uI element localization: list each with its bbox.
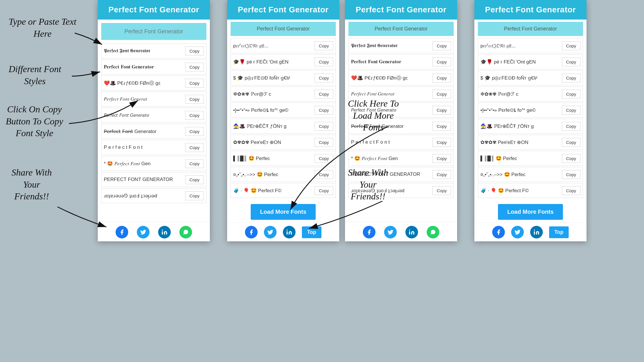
copy-button[interactable]: Copy xyxy=(315,57,333,66)
font-row: ✿✾✿✾ Pея'eΕт ⊕ONCopy xyxy=(231,135,336,150)
font-text: p𝔢𝔯ᶠ𝔢𝔠𝔱𝔍𝔒𝔑𝔱 𝔤𝔈... xyxy=(233,43,313,49)
font-row: ¤„•˜„•..–>> 🤩 PerfecCopy xyxy=(478,167,583,182)
copy-button[interactable]: Copy xyxy=(185,95,204,104)
font-text: ¤„•˜„•..–>> 🤩 Perfec xyxy=(233,172,313,178)
copy-button[interactable]: Copy xyxy=(315,41,333,50)
copy-button[interactable]: Copy xyxy=(432,186,451,195)
font-row: 🧙🎩 ℙEr⊕ĒČŦ ƒÖNт gCopy xyxy=(478,119,583,134)
whatsapp-icon[interactable] xyxy=(179,226,192,238)
font-row: •]••°•°•» Pєrfe⊙ȶ fo^ᵗ ge©Copy xyxy=(231,103,336,118)
copy-button[interactable]: Copy xyxy=(315,90,333,99)
right-twitter-icon[interactable] xyxy=(264,226,277,238)
annotation-type-paste: Type or Paste TextHere xyxy=(9,16,76,40)
font-row: ❤️🎩 P€ɾƒ€©Ð FØnⓄ gɛCopy xyxy=(101,76,206,90)
font-row: P e r f e c t F o n tCopy xyxy=(348,135,454,150)
font-row: * 🤩 𝑃𝑒𝑟𝑓𝑒𝑐𝑡 𝐹𝑜𝑛𝑡 GenCopy xyxy=(101,156,206,171)
text-input-left[interactable] xyxy=(101,23,206,40)
font-text: 🧳 · 🎈 🤩 Perfect F© xyxy=(233,188,313,194)
copy-button[interactable]: Copy xyxy=(432,154,451,163)
copy-button[interactable]: Copy xyxy=(185,47,204,55)
copy-button[interactable]: Copy xyxy=(432,90,451,99)
top-button[interactable]: Top xyxy=(302,226,321,238)
font-text: ❤️🎩 P€ɾƒ€©Ð FØnⓄ gɛ xyxy=(104,80,183,86)
copy-button[interactable]: Copy xyxy=(562,90,580,99)
font-row: 𝕻𝖊𝖗𝖋𝖊𝖈𝖙 𝕱𝖔𝖓𝖙 𝕲𝖊𝖓𝖊𝖗𝖆𝖙𝖔𝖗Copy xyxy=(101,43,206,58)
copy-button[interactable]: Copy xyxy=(185,175,204,184)
p3-whatsapp-icon[interactable] xyxy=(427,226,439,238)
font-row: ɹoʇɐɹǝuǝ⅁ ʇuoℲ ʇɔǝɟɹǝdCopy xyxy=(101,188,206,203)
font-text: $ 🎓 p◎ɾFE⊙Ð foŇт ɡ€⊮ xyxy=(480,75,560,81)
load-more-button[interactable]: Load More Fonts xyxy=(251,204,315,220)
p4-load-more-button[interactable]: Load More Fonts xyxy=(498,204,563,220)
p3-linkedin-icon[interactable] xyxy=(405,226,418,238)
copy-button[interactable]: Copy xyxy=(315,186,333,195)
p4-linkedin-icon[interactable] xyxy=(530,226,543,238)
font-text: 🧙🎩 ℙEr⊕ĒČŦ ƒÖNт g xyxy=(480,123,560,129)
left-panel-title: Perfect Font Generator xyxy=(102,5,205,14)
font-row: ¤„•˜„•..–>> 🤩 PerfecCopy xyxy=(231,167,336,182)
p4-twitter-icon[interactable] xyxy=(511,226,524,238)
copy-button[interactable]: Copy xyxy=(562,154,580,163)
copy-button[interactable]: Copy xyxy=(315,154,333,163)
copy-button[interactable]: Copy xyxy=(315,122,333,131)
p3-facebook-icon[interactable] xyxy=(363,226,375,238)
copy-button[interactable]: Copy xyxy=(185,159,204,168)
copy-button[interactable]: Copy xyxy=(432,170,451,179)
panel4-input: Perfect Font Generator xyxy=(478,22,583,36)
copy-button[interactable]: Copy xyxy=(315,138,333,147)
copy-button[interactable]: Copy xyxy=(432,74,451,82)
copy-button[interactable]: Copy xyxy=(562,106,580,115)
font-text: 𝕻𝖊𝖗𝖋𝖊𝖈𝖙 𝕱𝖔𝖓𝖙 𝕲𝖊𝖓𝖊𝖗𝖆𝖙𝖔𝖗 xyxy=(351,43,431,49)
annotation-share-left: Share WithYourFriends!! xyxy=(12,167,52,203)
copy-button[interactable]: Copy xyxy=(315,170,333,179)
right-panel-header: Perfect Font Generator xyxy=(227,0,339,20)
right-facebook-icon[interactable] xyxy=(245,226,258,238)
copy-button[interactable]: Copy xyxy=(185,127,204,136)
font-row: 𝐏𝐞𝐫𝐟𝐞𝐜𝐭 𝐅𝐨𝐧𝐭 𝐆𝐞𝐧𝐞𝐫𝐚𝐭𝐨𝐫Copy xyxy=(348,54,454,69)
copy-button[interactable]: Copy xyxy=(432,138,451,147)
p4-top-button[interactable]: Top xyxy=(549,226,569,238)
right-phone-panel: Perfect Font Generator Perfect Font Gene… xyxy=(227,0,339,241)
copy-button[interactable]: Copy xyxy=(185,111,204,120)
copy-button[interactable]: Copy xyxy=(432,122,451,131)
panel4-header: Perfect Font Generator xyxy=(474,0,586,20)
font-text: ✼✿❀✾ ℙ℮r@ℱ c xyxy=(233,91,313,97)
font-row: 🎓🌹 pé r FEČt 'Ont gENCopy xyxy=(231,54,336,69)
font-row: 𝕻𝖊𝖗𝖋𝖊𝖈𝖙 𝕱𝖔𝖓𝖙 𝕲𝖊𝖓𝖊𝖗𝖆𝖙𝖔𝖗Copy xyxy=(348,38,454,53)
font-row: 𝘗𝘦𝘳𝘧𝘦𝘤𝘵 𝘍𝘰𝘯𝘵 𝘎𝘦𝘯𝘦𝘳𝘢𝘵𝘰Copy xyxy=(101,108,206,123)
copy-button[interactable]: Copy xyxy=(185,191,204,200)
font-text: ▌║█║ 🤩 Perfec xyxy=(233,155,313,161)
copy-button[interactable]: Copy xyxy=(562,41,580,50)
copy-button[interactable]: Copy xyxy=(432,41,451,50)
font-text: 🎓🌹 pé r FEČt 'Ont gEN xyxy=(480,59,560,65)
font-row: P e r f e c t F o n tCopy xyxy=(101,140,206,155)
twitter-icon[interactable] xyxy=(137,226,150,238)
facebook-icon[interactable] xyxy=(116,226,128,238)
copy-button[interactable]: Copy xyxy=(432,106,451,115)
p3-twitter-icon[interactable] xyxy=(384,226,397,238)
font-row: 🧳 · 🎈 🤩 Perfect F©Copy xyxy=(231,183,336,198)
font-row: ❤️🎩 P€ɾƒ€©Ð FØnⓄ gɛCopy xyxy=(348,70,454,85)
panel4: Perfect Font Generator Perfect Font Gene… xyxy=(474,0,586,241)
copy-button[interactable]: Copy xyxy=(315,106,333,115)
copy-button[interactable]: Copy xyxy=(185,143,204,152)
p4-facebook-icon[interactable] xyxy=(492,226,505,238)
font-text: p𝔢𝔯ᶠ𝔢𝔠𝔱𝔍𝔒𝔑𝔱 𝔤𝔈... xyxy=(480,43,560,49)
copy-button[interactable]: Copy xyxy=(562,122,580,131)
copy-button[interactable]: Copy xyxy=(562,57,580,66)
copy-button[interactable]: Copy xyxy=(185,63,204,72)
copy-button[interactable]: Copy xyxy=(432,57,451,66)
copy-button[interactable]: Copy xyxy=(562,138,580,147)
copy-button[interactable]: Copy xyxy=(315,74,333,82)
font-text: P e r f e c t F o n t xyxy=(104,145,183,150)
font-text: ✿✾✿✾ Pея'eΕт ⊕ON xyxy=(480,139,560,145)
svg-point-0 xyxy=(162,230,163,231)
copy-button[interactable]: Copy xyxy=(562,186,580,195)
copy-button[interactable]: Copy xyxy=(562,74,580,82)
right-linkedin-icon[interactable] xyxy=(283,226,296,238)
font-text: * 🤩 𝑃𝑒𝑟𝑓𝑒𝑐𝑡 𝐹𝑜𝑛𝑡 Gen xyxy=(351,155,431,161)
copy-button[interactable]: Copy xyxy=(185,79,204,88)
copy-button[interactable]: Copy xyxy=(562,170,580,179)
font-text: 𝑃𝑒𝑟𝑓𝑒𝑐𝑡 𝐹𝑜𝑛𝑡 𝐺𝑒𝑛𝑒𝑟𝑎𝑡 xyxy=(351,91,431,97)
linkedin-icon[interactable] xyxy=(158,226,171,238)
